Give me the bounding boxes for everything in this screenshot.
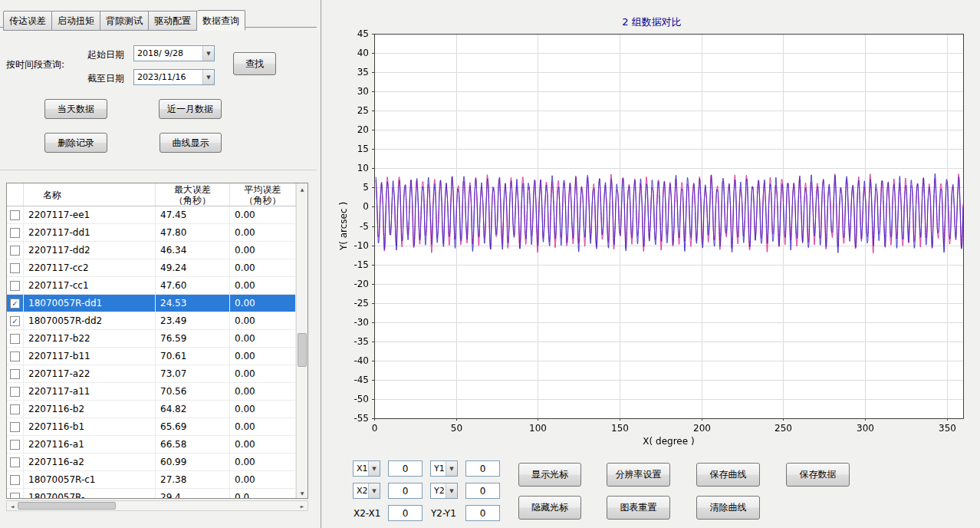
table-row[interactable]: 2207116-a166.580.00 (7, 436, 307, 454)
row-checkbox[interactable] (10, 475, 20, 485)
dx-value-input[interactable] (388, 505, 423, 521)
row-checkbox[interactable] (10, 369, 20, 379)
scroll-left-icon[interactable]: ◄ (7, 501, 18, 510)
table-row[interactable]: 2207117-dd147.800.00 (7, 224, 307, 242)
row-checkbox[interactable] (10, 351, 20, 361)
delete-record-button[interactable]: 删除记录 (44, 133, 107, 153)
tab-3[interactable]: 驱动配置 (149, 11, 197, 31)
y2-value-input[interactable] (465, 483, 500, 499)
table-row[interactable]: 2207116-b165.690.00 (7, 418, 307, 436)
scroll-up-icon[interactable]: ▲ (297, 183, 307, 194)
end-date-picker[interactable]: 2023/11/16 ▼ (133, 69, 215, 85)
cell-max-error: 76.59 (156, 330, 230, 347)
tab-0[interactable]: 传达误差 (3, 11, 52, 31)
chart-reset-button[interactable]: 图表重置 (607, 496, 670, 520)
hscroll-thumb[interactable] (18, 502, 116, 510)
cell-max-error: 29.4 (156, 489, 230, 499)
show-cursor-button[interactable]: 显示光标 (518, 463, 581, 487)
chevron-down-icon[interactable]: ▼ (368, 483, 380, 498)
header-avg-error[interactable]: 平均误差 （角秒） (230, 183, 296, 206)
row-checkbox[interactable]: ✓ (10, 316, 20, 326)
table-row[interactable]: 2207117-a2273.070.00 (7, 365, 307, 383)
tab-2[interactable]: 背隙测试 (100, 11, 149, 31)
table-row[interactable]: 2207116-b264.820.00 (7, 401, 307, 418)
save-data-button[interactable]: 保存数据 (786, 463, 850, 487)
dy-value-input[interactable] (465, 505, 500, 521)
row-checkbox[interactable] (10, 422, 20, 432)
scroll-right-icon[interactable]: ► (297, 501, 307, 510)
table-row[interactable]: 2207117-dd246.340.00 (7, 242, 307, 259)
chevron-down-icon[interactable]: ▼ (368, 461, 380, 476)
table-row[interactable]: 2207117-b1170.610.00 (7, 348, 307, 365)
clear-curve-button[interactable]: 清除曲线 (696, 496, 760, 520)
chevron-down-icon[interactable]: ▼ (202, 46, 214, 61)
row-checkbox[interactable] (10, 263, 20, 273)
table-row[interactable]: 18070057R-29.40.0 (7, 489, 307, 499)
cell-max-error: 47.60 (156, 277, 230, 294)
row-checkbox[interactable] (10, 440, 20, 450)
cell-avg-error: 0.00 (230, 330, 296, 347)
table-row[interactable]: 2207116-a260.990.00 (7, 454, 307, 471)
tab-bar: 传达误差启动扭矩背隙测试驱动配置数据查询 (3, 10, 245, 31)
cell-max-error: 47.80 (156, 224, 230, 241)
cell-max-error: 64.82 (156, 401, 230, 417)
y1-value-input[interactable] (465, 460, 500, 477)
table-row[interactable]: 2207117-ee147.450.00 (7, 206, 307, 224)
hide-cursor-button[interactable]: 隐藏光标 (518, 496, 581, 520)
month-data-button[interactable]: 近一月数据 (159, 99, 222, 119)
table-row[interactable]: ✓18070057R-dd124.530.00 (7, 295, 307, 312)
cell-checkbox (7, 489, 24, 499)
x2-select-value: X2 (354, 486, 368, 496)
save-curve-button[interactable]: 保存曲线 (696, 463, 760, 487)
row-checkbox[interactable]: ✓ (10, 299, 20, 309)
chevron-down-icon[interactable]: ▼ (446, 483, 457, 498)
y1-select[interactable]: Y1 ▼ (430, 460, 458, 477)
cell-checkbox (7, 365, 24, 382)
chevron-down-icon[interactable]: ▼ (202, 70, 214, 84)
cell-name: 2207117-dd1 (24, 224, 156, 241)
header-name[interactable]: 名称 (24, 183, 156, 206)
query-section-label: 按时间段查询: (6, 58, 64, 71)
row-checkbox[interactable] (10, 457, 20, 467)
table-row[interactable]: 2207117-a1170.560.00 (7, 383, 307, 401)
curve-display-button[interactable]: 曲线显示 (159, 133, 222, 153)
comparison-chart-canvas[interactable] (334, 29, 972, 451)
cell-avg-error: 0.00 (230, 206, 296, 223)
table-row[interactable]: 2207117-b2276.590.00 (7, 330, 307, 348)
search-button[interactable]: 查找 (233, 52, 276, 75)
table-row[interactable]: 2207117-cc249.240.00 (7, 259, 307, 277)
table-vscrollbar[interactable]: ▲ ▼ (296, 183, 307, 498)
row-checkbox[interactable] (10, 246, 20, 256)
x2-value-input[interactable] (388, 483, 423, 499)
row-checkbox[interactable] (10, 281, 20, 291)
scroll-down-icon[interactable]: ▼ (297, 487, 307, 498)
row-checkbox[interactable] (10, 493, 20, 500)
x2-select[interactable]: X2 ▼ (353, 483, 380, 499)
start-date-picker[interactable]: 2018/ 9/28 ▼ (133, 45, 215, 61)
cell-avg-error: 0.00 (230, 365, 296, 382)
x1-value-input[interactable] (388, 460, 423, 477)
row-checkbox[interactable] (10, 334, 20, 344)
resolution-settings-button[interactable]: 分辨率设置 (607, 463, 670, 487)
today-data-button[interactable]: 当天数据 (44, 99, 107, 119)
cell-name: 2207116-a2 (24, 454, 156, 470)
table-row[interactable]: 18070057R-c127.380.00 (7, 471, 307, 489)
row-checkbox[interactable] (10, 210, 20, 220)
chevron-down-icon[interactable]: ▼ (446, 461, 457, 476)
vscroll-thumb[interactable] (298, 333, 307, 367)
x1-select[interactable]: X1 ▼ (353, 460, 380, 477)
row-checkbox[interactable] (10, 404, 20, 414)
row-checkbox[interactable] (10, 387, 20, 397)
tab-4[interactable]: 数据查询 (197, 10, 245, 31)
tab-1[interactable]: 启动扭矩 (52, 11, 100, 31)
row-checkbox[interactable] (10, 228, 20, 238)
table-hscrollbar[interactable]: ◄ ► (6, 500, 308, 511)
table-row[interactable]: 2207117-cc147.600.00 (7, 277, 307, 295)
header-max-error[interactable]: 最大误差 （角秒） (156, 183, 230, 206)
cell-max-error: 73.07 (156, 365, 230, 382)
table-row[interactable]: ✓18070057R-dd223.490.00 (7, 312, 307, 330)
cell-name: 2207117-cc2 (24, 259, 156, 276)
y2-select[interactable]: Y2 ▼ (430, 483, 458, 499)
start-date-label: 起始日期 (87, 48, 124, 61)
results-table: 名称 最大误差 （角秒） 平均误差 （角秒） 2207117-ee147.450… (6, 183, 308, 499)
